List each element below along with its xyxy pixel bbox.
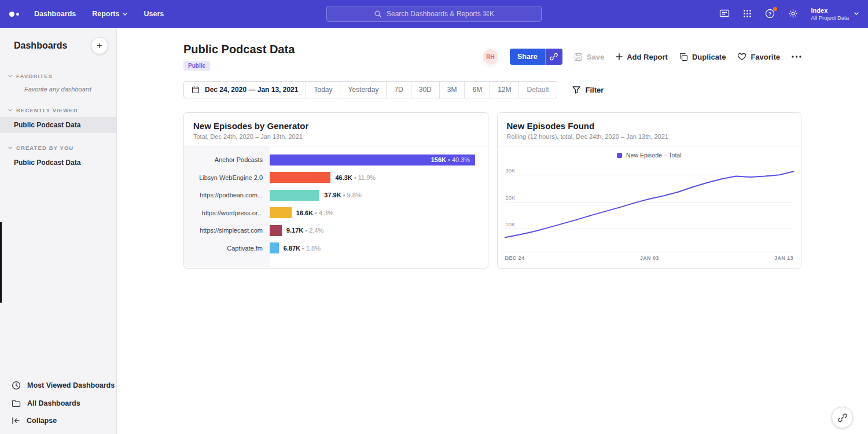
section-favorites-header[interactable]: FAVORITES <box>0 71 116 83</box>
preset-12m[interactable]: 12M <box>490 82 518 98</box>
card-title: New Episodes Found <box>507 121 792 131</box>
more-options-button[interactable] <box>792 56 801 58</box>
date-range-label: Dec 24, 2020 — Jan 13, 2021 <box>205 86 298 94</box>
screen-edge-artifact <box>0 222 2 303</box>
legend-swatch <box>617 153 622 158</box>
line-series <box>505 164 794 252</box>
collapse-sidebar-button[interactable]: Collapse <box>0 412 116 429</box>
section-recently-viewed: RECENTLY VIEWED Public Podcast Data <box>0 105 116 133</box>
search-icon <box>374 10 382 18</box>
nav-reports[interactable]: Reports <box>92 10 127 18</box>
project-switcher[interactable]: Index All Project Data <box>811 6 859 22</box>
bar-segment[interactable] <box>270 225 282 236</box>
ellipsis-icon <box>792 56 801 58</box>
share-split-button: Share <box>510 49 562 65</box>
preset-today[interactable]: Today <box>306 82 340 98</box>
sidebar: Dashboards + FAVORITES Favorite any dash… <box>0 28 117 434</box>
bar-category-label: https://podbean.com... <box>184 186 270 204</box>
date-controls: Dec 24, 2020 — Jan 13, 2021 Today Yester… <box>183 81 801 98</box>
page-title: Public Podcast Data <box>183 43 295 56</box>
most-viewed-dashboards-button[interactable]: Most Viewed Dashboards <box>0 376 116 395</box>
legend-label: New Episode – Total <box>626 152 682 159</box>
save-button[interactable]: Save <box>574 53 604 61</box>
card-new-episodes-found: New Episodes Found Rolling (12 hours), t… <box>497 112 802 269</box>
bar-segment[interactable] <box>270 190 319 201</box>
help-icon[interactable]: ? <box>765 9 775 19</box>
bar-value-label: 6.87K • 1.8% <box>284 245 321 252</box>
bar-segment[interactable] <box>270 242 279 253</box>
sidebar-item-public-podcast-data[interactable]: Public Podcast Data <box>0 117 116 133</box>
nav-actions: ? Index All Project Data <box>719 6 859 22</box>
share-button[interactable]: Share <box>510 49 545 65</box>
x-axis-tick: JAN 03 <box>640 255 659 261</box>
calendar-icon <box>192 86 200 94</box>
filter-label: Filter <box>586 86 604 94</box>
main-content: Public Podcast Data Public RH Share Save <box>117 28 868 434</box>
bar-value-label: 46.3K • 11.9% <box>335 174 376 181</box>
message-icon[interactable] <box>719 9 730 19</box>
all-dashboards-label: All Dashboards <box>27 399 80 407</box>
bar-value-label: 156K • 40.3% <box>431 156 470 163</box>
project-name: Index <box>811 6 849 14</box>
preset-yesterday[interactable]: Yesterday <box>340 82 386 98</box>
nav-dashboards[interactable]: Dashboards <box>34 10 76 18</box>
chevron-down-icon <box>8 146 12 149</box>
bar-category-label: https://simplecast.com <box>184 222 270 240</box>
bar-segment[interactable]: 156K • 40.3% <box>270 155 475 165</box>
share-link-button[interactable] <box>545 49 562 65</box>
most-viewed-label: Most Viewed Dashboards <box>27 381 115 389</box>
nav-users[interactable]: Users <box>144 10 164 18</box>
preset-30d[interactable]: 30D <box>411 82 439 98</box>
apps-grid-icon[interactable] <box>743 9 752 18</box>
app-logo[interactable] <box>9 12 19 17</box>
chart-legend: New Episode – Total <box>498 146 801 160</box>
duplicate-label: Duplicate <box>692 53 726 61</box>
dashboard-title-block: Public Podcast Data Public <box>183 43 295 71</box>
preset-default[interactable]: Default <box>518 82 556 98</box>
filter-button[interactable]: Filter <box>572 86 604 94</box>
bar-segment[interactable] <box>270 172 330 183</box>
preset-6m[interactable]: 6M <box>464 82 490 98</box>
settings-gear-icon[interactable] <box>788 9 798 19</box>
bar-segment[interactable] <box>270 207 292 218</box>
logo-dot <box>9 12 14 17</box>
section-created-by-you: CREATED BY YOU Public Podcast Data <box>0 142 116 171</box>
collapse-icon <box>12 417 20 424</box>
sidebar-footer: Most Viewed Dashboards All Dashboards Co… <box>0 376 116 429</box>
duplicate-button[interactable]: Duplicate <box>679 53 726 61</box>
all-dashboards-button[interactable]: All Dashboards <box>0 395 116 412</box>
search-input[interactable]: Search Dashboards & Reports ⌘K <box>326 6 542 22</box>
x-axis-tick: JAN 13 <box>774 255 793 261</box>
bar-row: https://wordpress.or...16.6K • 4.3% <box>184 204 488 222</box>
preset-3m[interactable]: 3M <box>439 82 465 98</box>
section-created-by-you-header[interactable]: CREATED BY YOU <box>0 142 116 155</box>
section-favorites: FAVORITES Favorite any dashboard <box>0 71 116 95</box>
bar-category-label: Captivate.fm <box>184 240 270 258</box>
favorite-button[interactable]: Favorite <box>737 53 780 61</box>
sidebar-item-public-podcast-data-created[interactable]: Public Podcast Data <box>0 155 116 171</box>
bar-category-label: Libsyn WebEngine 2.0 <box>184 169 270 187</box>
card-header: New Episodes by Generator Total, Dec 24t… <box>184 113 488 146</box>
chevron-down-icon <box>123 13 127 16</box>
chevron-down-icon <box>8 109 12 112</box>
new-dashboard-button[interactable]: + <box>91 37 108 54</box>
preset-7d[interactable]: 7D <box>386 82 410 98</box>
collapse-label: Collapse <box>27 417 57 425</box>
save-label: Save <box>587 53 604 61</box>
sidebar-title: Dashboards <box>14 41 67 51</box>
favorites-hint: Favorite any dashboard <box>0 83 116 95</box>
avatar[interactable]: RH <box>483 49 498 65</box>
nav-reports-label: Reports <box>92 10 119 18</box>
section-recently-viewed-header[interactable]: RECENTLY VIEWED <box>0 105 116 117</box>
bar-value-label: 37.9K • 9.8% <box>324 192 361 198</box>
bar-category-label: https://wordpress.or... <box>184 204 270 222</box>
link-fab-button[interactable] <box>832 407 853 428</box>
copy-icon <box>679 53 688 61</box>
section-label: FAVORITES <box>16 73 53 79</box>
card-title: New Episodes by Generator <box>193 121 479 131</box>
section-label: CREATED BY YOU <box>16 145 73 151</box>
add-report-button[interactable]: Add Report <box>616 53 668 61</box>
date-range-picker[interactable]: Dec 24, 2020 — Jan 13, 2021 <box>184 82 306 98</box>
add-report-label: Add Report <box>627 53 668 61</box>
card-subtitle: Total, Dec 24th, 2020 – Jan 13th, 2021 <box>193 133 479 140</box>
